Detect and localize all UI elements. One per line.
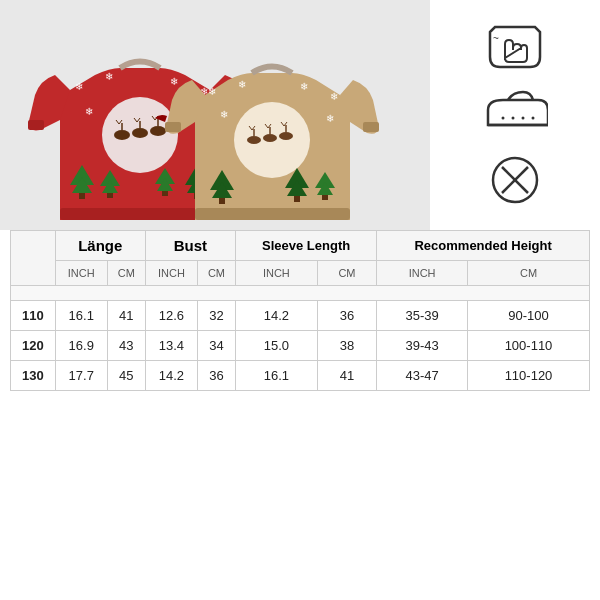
col-sub-sleeve-inch: INCH <box>235 261 317 286</box>
svg-text:❄: ❄ <box>170 76 178 87</box>
col-sub-bust-inch: INCH <box>145 261 197 286</box>
svg-point-43 <box>263 134 277 142</box>
svg-rect-53 <box>219 198 225 204</box>
svg-text:❄: ❄ <box>238 79 246 90</box>
cell-lange_inch: 16.9 <box>55 331 107 361</box>
svg-text:❄: ❄ <box>220 109 228 120</box>
cell-height_cm: 100-110 <box>468 331 590 361</box>
cell-sleeve_cm: 38 <box>317 331 377 361</box>
care-icon-iron <box>483 90 548 135</box>
svg-point-5 <box>114 130 130 140</box>
cell-lange_cm: 41 <box>107 301 145 331</box>
svg-point-13 <box>150 126 166 136</box>
svg-text:❄: ❄ <box>300 81 308 92</box>
cell-bust_inch: 12.6 <box>145 301 197 331</box>
size-chart-table: Länge Bust Sleeve Length Recommended Hei… <box>10 230 590 391</box>
cell-height_inch: 35-39 <box>377 301 468 331</box>
cell-bust_cm: 36 <box>197 361 235 391</box>
care-icon-handwash: ~ <box>485 22 545 72</box>
svg-text:❄: ❄ <box>105 71 113 82</box>
cell-lange_inch: 17.7 <box>55 361 107 391</box>
cell-sleeve_cm: 36 <box>317 301 377 331</box>
cell-size: 110 <box>11 301 56 331</box>
svg-rect-2 <box>28 120 44 130</box>
col-sub-bust-cm: CM <box>197 261 235 286</box>
care-icon-no-bleach <box>488 153 543 208</box>
svg-text:❄: ❄ <box>85 106 93 117</box>
cell-bust_inch: 14.2 <box>145 361 197 391</box>
col-sub-sleeve-cm: CM <box>317 261 377 286</box>
col-sub-height-cm: CM <box>468 261 590 286</box>
svg-point-47 <box>279 132 293 140</box>
svg-rect-19 <box>79 193 85 199</box>
svg-point-39 <box>247 136 261 144</box>
svg-text:❄: ❄ <box>75 81 83 92</box>
cell-sleeve_inch: 16.1 <box>235 361 317 391</box>
cell-height_cm: 110-120 <box>468 361 590 391</box>
svg-point-68 <box>501 117 504 120</box>
cell-size: 120 <box>11 331 56 361</box>
svg-text:❄: ❄ <box>330 91 338 102</box>
col-header-lange: Länge <box>55 231 145 261</box>
page-wrapper: ❄ ❄ ❄ ❄ ❄ ❄ <box>0 0 600 600</box>
table-row: 11016.14112.63214.23635-3990-100 <box>11 301 590 331</box>
cell-size: 130 <box>11 361 56 391</box>
col-header-height: Recommended Height <box>377 231 590 261</box>
svg-rect-36 <box>165 122 181 132</box>
svg-text:❄: ❄ <box>208 86 216 97</box>
svg-rect-59 <box>322 195 328 200</box>
cell-height_inch: 43-47 <box>377 361 468 391</box>
table-row: 13017.74514.23616.14143-47110-120 <box>11 361 590 391</box>
col-sub-lange-inch: INCH <box>55 261 107 286</box>
col-sub-lange-cm: CM <box>107 261 145 286</box>
product-image: ❄ ❄ ❄ ❄ ❄ ❄ <box>0 0 430 230</box>
top-section: ❄ ❄ ❄ ❄ ❄ ❄ <box>0 0 600 230</box>
col-header-sleeve: Sleeve Length <box>235 231 376 261</box>
svg-rect-37 <box>363 122 379 132</box>
cell-bust_cm: 32 <box>197 301 235 331</box>
col-sub-height-inch: INCH <box>377 261 468 286</box>
col-header-bust: Bust <box>145 231 235 261</box>
cell-height_cm: 90-100 <box>468 301 590 331</box>
svg-point-71 <box>531 117 534 120</box>
svg-point-70 <box>521 117 524 120</box>
svg-point-9 <box>132 128 148 138</box>
care-icons-area: ~ <box>430 0 600 230</box>
cell-bust_inch: 13.4 <box>145 331 197 361</box>
svg-point-69 <box>511 117 514 120</box>
svg-text:❄: ❄ <box>326 113 334 124</box>
cell-sleeve_inch: 15.0 <box>235 331 317 361</box>
cell-lange_inch: 16.1 <box>55 301 107 331</box>
svg-rect-35 <box>195 208 350 220</box>
svg-rect-56 <box>294 196 300 202</box>
svg-rect-25 <box>162 191 168 196</box>
cell-lange_cm: 43 <box>107 331 145 361</box>
cell-bust_cm: 34 <box>197 331 235 361</box>
svg-text:~: ~ <box>493 33 499 44</box>
svg-rect-22 <box>107 193 113 198</box>
sweaters-illustration: ❄ ❄ ❄ ❄ ❄ ❄ <box>0 0 430 230</box>
cell-sleeve_inch: 14.2 <box>235 301 317 331</box>
cell-lange_cm: 45 <box>107 361 145 391</box>
col-header-size <box>11 231 56 286</box>
cell-sleeve_cm: 41 <box>317 361 377 391</box>
table-row: 12016.94313.43415.03839-43100-110 <box>11 331 590 361</box>
header-row-main: Länge Bust Sleeve Length Recommended Hei… <box>11 231 590 261</box>
table-section: Länge Bust Sleeve Length Recommended Hei… <box>0 230 600 600</box>
cell-height_inch: 39-43 <box>377 331 468 361</box>
header-row-sub: INCH CM INCH CM INCH CM INCH CM <box>11 261 590 286</box>
